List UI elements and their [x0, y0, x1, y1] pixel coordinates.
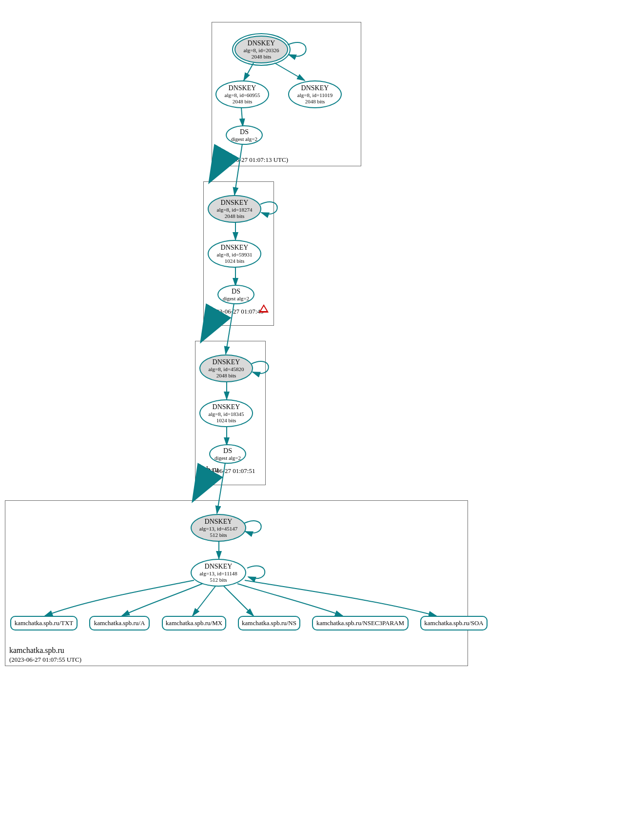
zone-root-label: . [216, 146, 218, 155]
root-ds: DS digest alg=2 [226, 125, 263, 145]
kam-zsk: DNSKEY alg=13, id=11148 512 bits [191, 559, 246, 587]
spb-zsk: DNSKEY alg=8, id=18345 1024 bits [199, 399, 253, 427]
zone-kam-ts: (2023-06-27 01:07:55 UTC) [9, 656, 81, 664]
root-ksk: DNSKEY alg=8, id=20326 2048 bits [234, 36, 288, 63]
ru-ds: DS digest alg=2 [217, 285, 254, 304]
spb-ksk: DNSKEY alg=8, id=45820 2048 bits [199, 354, 253, 382]
spb-ds: DS digest alg=2 [209, 444, 246, 464]
zone-spb-ts: (2023-06-27 01:07:51 UTC) [199, 467, 265, 483]
kam-ksk: DNSKEY alg=13, id=45147 512 bits [191, 514, 246, 542]
zone-root-ts: (2023-06-27 01:07:13 UTC) [216, 156, 288, 164]
record-ns: kamchatka.spb.ru/NS [238, 616, 300, 630]
record-txt: kamchatka.spb.ru/TXT [10, 616, 78, 630]
ru-ksk: DNSKEY alg=8, id=18274 2048 bits [208, 195, 261, 223]
zone-kam-label: kamchatka.spb.ru [9, 646, 64, 655]
record-nsec3: kamchatka.spb.ru/NSEC3PARAM [312, 616, 409, 630]
record-a: kamchatka.spb.ru/A [89, 616, 150, 630]
record-soa: kamchatka.spb.ru/SOA [420, 616, 488, 630]
record-mx: kamchatka.spb.ru/MX [162, 616, 226, 630]
root-zsk: DNSKEY alg=8, id=60955 2048 bits [215, 80, 269, 108]
ru-zsk: DNSKEY alg=8, id=59931 1024 bits [208, 240, 261, 268]
warning-icon [259, 304, 269, 313]
root-zsk2: DNSKEY alg=8, id=11019 2048 bits [288, 80, 342, 108]
